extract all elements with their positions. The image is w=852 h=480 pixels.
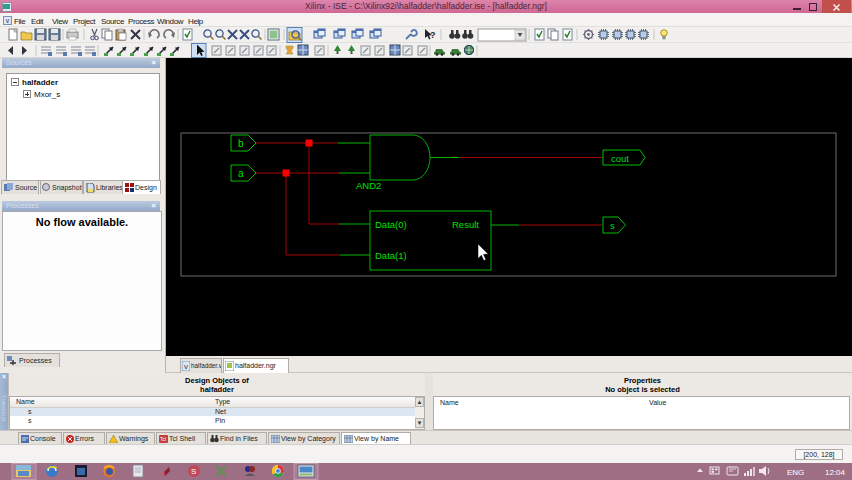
svg-text:Result: Result (452, 219, 479, 230)
svg-text:12:04: 12:04 (825, 468, 846, 477)
svg-text:AND2: AND2 (356, 180, 381, 191)
svg-text:a: a (238, 168, 244, 179)
svg-text:Mxor_s: Mxor_s (34, 90, 60, 99)
svg-text:v: v (184, 362, 188, 371)
svg-text:halfadder: halfadder (22, 78, 58, 87)
svg-text:Data(1): Data(1) (375, 250, 407, 261)
svg-text:b: b (238, 138, 244, 149)
svg-text:Data(0): Data(0) (375, 219, 407, 230)
svg-text:S: S (191, 467, 196, 476)
svg-text:ENG: ENG (787, 468, 804, 477)
svg-text:s: s (610, 220, 615, 231)
svg-text:cout: cout (611, 153, 629, 164)
svg-text:Tcl: Tcl (160, 436, 166, 442)
